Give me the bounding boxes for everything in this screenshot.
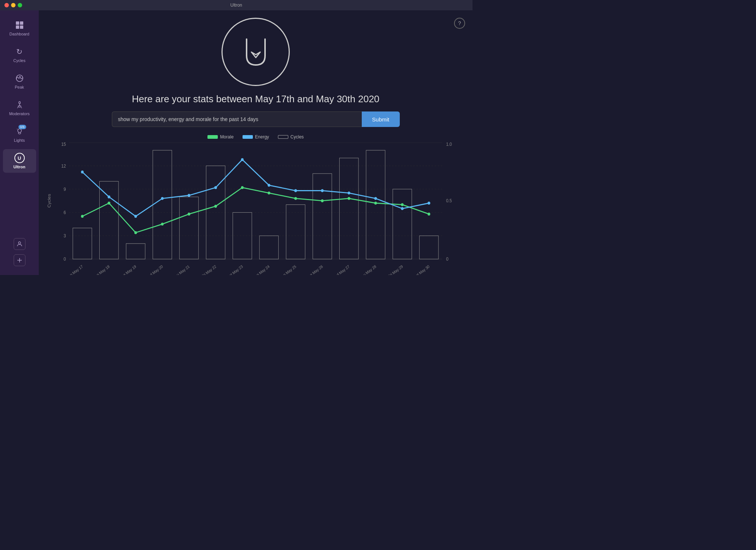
energy-dot-11 (374, 197, 377, 200)
sidebar-item-dashboard[interactable]: Dashboard (3, 16, 36, 40)
energy-dot-9 (321, 189, 323, 192)
ultron-logo-svg (241, 35, 271, 69)
bar-1 (99, 181, 118, 259)
svg-text:0: 0 (446, 257, 449, 262)
morale-color-swatch (207, 135, 218, 139)
bar-8 (286, 204, 305, 259)
bar-2 (126, 244, 145, 259)
morale-dot-9 (321, 199, 323, 202)
svg-text:1.0: 1.0 (446, 142, 452, 147)
energy-dot-2 (134, 215, 137, 218)
xlabel-2: Tue May 19 (119, 264, 137, 275)
xlabel-8: Mon May 25 (278, 264, 297, 275)
bar-7 (260, 236, 279, 259)
help-icon: ? (458, 20, 461, 26)
bar-10 (340, 158, 359, 259)
bar-0 (73, 228, 92, 259)
svg-line-8 (17, 129, 17, 129)
energy-dot-5 (214, 186, 217, 189)
sidebar-bottom (14, 238, 25, 269)
submit-button[interactable]: Submit (362, 111, 400, 127)
minimize-button[interactable] (11, 3, 16, 7)
moderators-icon (14, 100, 25, 110)
morale-dot-13 (427, 213, 430, 216)
sidebar-label-ultron: Ultron (13, 165, 25, 169)
legend-cycles-label: Cycles (291, 134, 304, 140)
morale-dot-11 (374, 202, 377, 204)
help-button[interactable]: ? (454, 18, 465, 29)
legend-energy-label: Energy (255, 134, 269, 140)
lights-badge: 0/6 (18, 125, 26, 129)
window-controls[interactable] (4, 3, 22, 7)
sidebar-item-lights[interactable]: 0/6 Lights (3, 123, 36, 146)
person-icon[interactable] (14, 238, 25, 250)
svg-text:12: 12 (61, 163, 66, 169)
morale-dot-7 (268, 192, 270, 195)
sidebar-label-cycles: Cycles (13, 58, 25, 63)
xlabel-6: Sat May 23 (226, 264, 244, 275)
xlabel-12: Fri May 29 (387, 264, 403, 275)
main-content: ? Here are your stats between May 17th a… (39, 10, 472, 275)
xlabel-7: Sun May 24 (252, 264, 270, 275)
xlabel-4: Thu May 21 (172, 264, 190, 275)
energy-dot-7 (268, 184, 270, 187)
morale-dot-6 (241, 186, 244, 189)
sidebar-item-cycles[interactable]: ↻ Cycles (3, 43, 36, 66)
xlabel-0: Sun May 17 (66, 264, 84, 275)
search-input[interactable] (112, 111, 362, 127)
title-bar: Ultron (0, 0, 472, 10)
morale-dot-10 (348, 197, 350, 200)
bar-3 (153, 150, 172, 259)
sidebar-item-moderators[interactable]: Moderators (3, 96, 36, 120)
xlabel-3: Wed May 20 (145, 264, 164, 275)
sidebar-label-moderators: Moderators (9, 111, 30, 116)
sidebar-item-peak[interactable]: Peak (3, 69, 36, 93)
xlabel-9: Tue May 26 (306, 264, 323, 275)
bar-4 (179, 197, 199, 259)
sidebar-label-dashboard: Dashboard (10, 32, 30, 36)
svg-line-5 (21, 107, 22, 108)
svg-text:Cycles: Cycles (47, 194, 52, 207)
xlabel-13: Sat May 30 (413, 264, 430, 275)
morale-dot-4 (188, 213, 190, 216)
legend-morale-label: Morale (220, 134, 234, 140)
maximize-button[interactable] (18, 3, 22, 7)
morale-line (82, 188, 429, 233)
xlabel-1: Mon May 18 (92, 264, 110, 275)
svg-point-10 (18, 242, 21, 244)
lights-icon-wrap: 0/6 (14, 126, 25, 137)
sidebar-label-peak: Peak (15, 85, 24, 89)
xlabel-11: Thu May 28 (359, 264, 377, 275)
morale-dot-8 (294, 197, 297, 200)
svg-text:9: 9 (63, 186, 66, 192)
plus-icon[interactable] (14, 254, 25, 266)
svg-text:15: 15 (61, 142, 66, 147)
ultron-logo-circle (221, 18, 290, 86)
sidebar-item-ultron[interactable]: U Ultron (3, 149, 36, 173)
svg-text:3: 3 (63, 233, 66, 239)
xlabel-5: Fri May 22 (201, 264, 217, 275)
cycles-color-swatch (278, 135, 288, 139)
legend-energy: Energy (243, 134, 269, 140)
svg-rect-1 (19, 102, 20, 104)
chart-legend: Morale Energy Cycles (46, 134, 465, 140)
energy-dot-8 (294, 189, 297, 192)
chart-svg: 0 3 6 9 12 15 Cycles 0 0.5 1.0 (46, 142, 465, 275)
close-button[interactable] (4, 3, 9, 7)
energy-dot-4 (188, 194, 190, 197)
energy-dot-13 (427, 202, 430, 204)
bar-9 (313, 173, 332, 259)
ultron-icon: U (14, 153, 25, 163)
svg-text:0.5: 0.5 (446, 198, 452, 204)
svg-text:6: 6 (63, 210, 66, 216)
energy-dot-6 (241, 158, 244, 161)
energy-dot-0 (81, 171, 83, 173)
morale-dot-12 (401, 203, 403, 206)
peak-icon (14, 73, 25, 83)
xlabel-10: Wed May 27 (331, 264, 350, 275)
bar-12 (393, 189, 412, 259)
svg-line-4 (17, 107, 18, 108)
morale-dot-5 (214, 205, 217, 208)
svg-text:0: 0 (63, 257, 66, 262)
morale-dot-1 (108, 202, 110, 204)
